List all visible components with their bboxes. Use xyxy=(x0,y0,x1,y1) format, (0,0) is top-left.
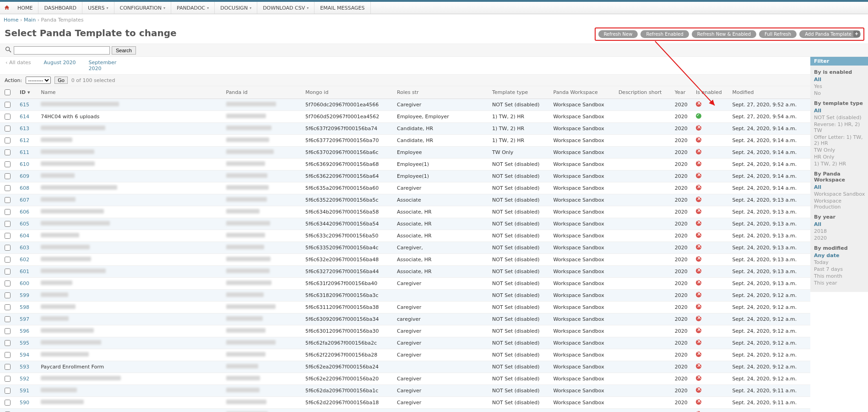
row-id-link[interactable]: 590 xyxy=(20,400,29,406)
col-name[interactable]: Name xyxy=(38,86,223,99)
filter-option[interactable]: Reverse: 1) HR, 2) TW xyxy=(814,121,868,134)
row-id-link[interactable]: 615 xyxy=(20,102,29,108)
row-id-link[interactable]: 595 xyxy=(20,340,29,346)
col-mongo-id[interactable]: Mongo id xyxy=(303,86,394,99)
row-name[interactable]: x xyxy=(38,218,223,230)
row-checkbox[interactable] xyxy=(5,173,11,179)
filter-option[interactable]: Offer Letter: 1) TW, 2) HR xyxy=(814,134,868,147)
row-checkbox[interactable] xyxy=(5,364,11,370)
row-checkbox[interactable] xyxy=(5,388,11,394)
col-description-short[interactable]: Description short xyxy=(616,86,672,99)
row-name[interactable]: x xyxy=(38,99,223,111)
search-input[interactable] xyxy=(14,46,110,55)
row-id-link[interactable]: 603 xyxy=(20,245,29,251)
filter-option[interactable]: TW Only xyxy=(814,147,868,154)
row-name[interactable]: x xyxy=(38,170,223,182)
row-id-link[interactable]: 596 xyxy=(20,328,29,334)
row-id-link[interactable]: 597 xyxy=(20,316,29,322)
row-checkbox[interactable] xyxy=(5,197,11,203)
filter-option[interactable]: All xyxy=(814,221,868,228)
row-name[interactable]: x xyxy=(38,325,223,337)
row-name[interactable]: Orientation copy xyxy=(38,409,223,412)
row-checkbox[interactable] xyxy=(5,149,11,155)
nav-download-csv[interactable]: DOWNLOAD CSV▾ xyxy=(257,2,315,14)
filter-option[interactable]: Workspace Production xyxy=(814,198,868,210)
nav-users[interactable]: USERS▾ xyxy=(82,2,114,14)
row-name[interactable]: x xyxy=(38,123,223,135)
filter-option[interactable]: 1) TW, 2) HR xyxy=(814,160,868,167)
col-panda-id[interactable]: Panda id xyxy=(223,86,303,99)
row-id-link[interactable]: 608 xyxy=(20,185,29,191)
row-name[interactable]: x xyxy=(38,230,223,242)
row-name[interactable]: x xyxy=(38,254,223,266)
nav-email-messages[interactable]: EMAIL MESSAGES xyxy=(315,2,370,14)
row-name[interactable]: 74HC04 with 6 uploads xyxy=(38,111,223,123)
row-checkbox[interactable] xyxy=(5,304,11,310)
row-checkbox[interactable] xyxy=(5,102,11,108)
col-roles-str[interactable]: Roles str xyxy=(394,86,489,99)
date-all[interactable]: ‹ All dates xyxy=(5,60,31,71)
row-name[interactable]: x xyxy=(38,135,223,147)
row-checkbox[interactable] xyxy=(5,257,11,263)
filter-option[interactable]: NOT Set (disabled) xyxy=(814,114,868,121)
add-panda-template-button[interactable]: Add Panda Template xyxy=(799,30,861,38)
row-id-link[interactable]: 594 xyxy=(20,352,29,358)
row-id-link[interactable]: 614 xyxy=(20,114,29,120)
row-id-link[interactable]: 592 xyxy=(20,376,29,382)
row-name[interactable]: x xyxy=(38,313,223,325)
row-checkbox[interactable] xyxy=(5,209,11,215)
row-checkbox[interactable] xyxy=(5,340,11,346)
full-refresh-button[interactable]: Full Refresh xyxy=(759,30,797,38)
row-checkbox[interactable] xyxy=(5,126,11,132)
filter-option[interactable]: This month xyxy=(814,273,868,280)
row-checkbox[interactable] xyxy=(5,400,11,406)
row-name[interactable]: x xyxy=(38,349,223,361)
breadcrumb-main[interactable]: Main xyxy=(24,17,36,23)
filter-option[interactable]: This year xyxy=(814,280,868,286)
row-checkbox[interactable] xyxy=(5,280,11,286)
row-id-link[interactable]: 607 xyxy=(20,197,29,203)
row-id-link[interactable]: 600 xyxy=(20,280,29,286)
filter-option[interactable]: Any date xyxy=(814,252,868,259)
row-checkbox[interactable] xyxy=(5,376,11,382)
col-is-enabled[interactable]: Is enabled xyxy=(693,86,729,99)
row-checkbox[interactable] xyxy=(5,245,11,251)
row-name[interactable]: x xyxy=(38,337,223,349)
col-year[interactable]: Year xyxy=(672,86,693,99)
row-checkbox[interactable] xyxy=(5,292,11,298)
row-id-link[interactable]: 593 xyxy=(20,364,29,370)
col-panda-workspace[interactable]: Panda Workspace xyxy=(551,86,616,99)
row-id-link[interactable]: 610 xyxy=(20,161,29,167)
filter-option[interactable]: HR Only xyxy=(814,154,868,160)
filter-option[interactable]: Today xyxy=(814,259,868,266)
row-name[interactable]: x xyxy=(38,385,223,397)
nav-configuration[interactable]: CONFIGURATION▾ xyxy=(114,2,171,14)
nav-dashboard[interactable]: DASHBOARD xyxy=(38,2,82,14)
row-name[interactable]: x xyxy=(38,302,223,313)
filter-option[interactable]: 2020 xyxy=(814,235,868,242)
filter-option[interactable]: All xyxy=(814,184,868,191)
col-select[interactable] xyxy=(0,86,17,99)
row-name[interactable]: x xyxy=(38,278,223,290)
filter-option[interactable]: All xyxy=(814,76,868,83)
date-month-2[interactable]: September 2020 xyxy=(89,60,125,71)
row-name[interactable]: x xyxy=(38,194,223,206)
actions-select[interactable]: --------- xyxy=(26,77,51,84)
refresh-new-button[interactable]: Refresh New xyxy=(598,30,638,38)
nav-pandadoc[interactable]: PANDADOC▾ xyxy=(171,2,215,14)
col-template-type[interactable]: Template type xyxy=(489,86,551,99)
search-button[interactable]: Search xyxy=(112,46,136,55)
filter-option[interactable]: 2018 xyxy=(814,228,868,235)
row-name[interactable]: x xyxy=(38,266,223,278)
row-id-link[interactable]: 609 xyxy=(20,173,29,179)
row-id-link[interactable]: 613 xyxy=(20,126,29,132)
row-checkbox[interactable] xyxy=(5,114,11,120)
row-name[interactable]: x xyxy=(38,159,223,170)
row-id-link[interactable]: 598 xyxy=(20,304,29,310)
nav-docusign[interactable]: DOCUSIGN▾ xyxy=(215,2,257,14)
row-name[interactable]: x xyxy=(38,397,223,409)
row-id-link[interactable]: 604 xyxy=(20,233,29,239)
row-name[interactable]: x xyxy=(38,182,223,194)
filter-option[interactable]: Workspace Sandbox xyxy=(814,191,868,198)
row-checkbox[interactable] xyxy=(5,233,11,239)
